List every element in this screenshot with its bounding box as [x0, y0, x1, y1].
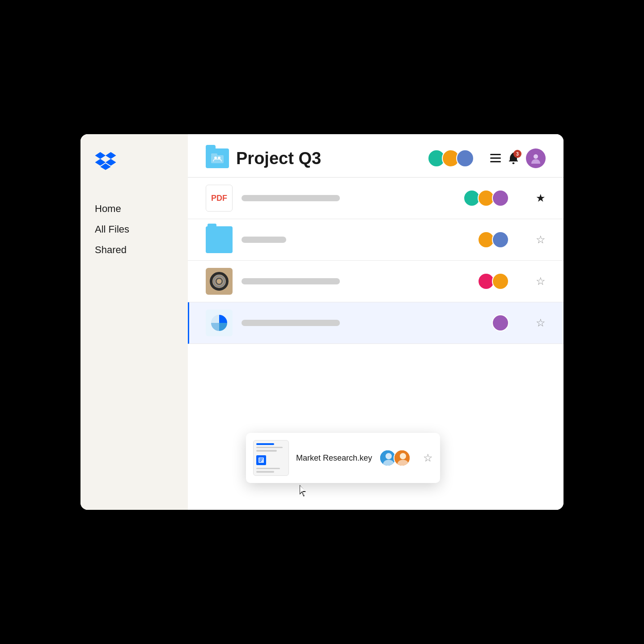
file-thumb-image: [206, 268, 233, 295]
main-content: Project Q3: [188, 134, 564, 510]
folder-icon: [206, 148, 229, 168]
sidebar-item-home[interactable]: Home: [95, 199, 174, 219]
notification-badge: 3: [513, 150, 521, 158]
header-actions: 3: [490, 148, 546, 168]
preview-line-1: [256, 443, 274, 445]
menu-button[interactable]: [490, 154, 501, 163]
preview-line-4: [256, 468, 280, 470]
file-name-bar-1: [242, 195, 340, 201]
svg-rect-6: [490, 161, 501, 162]
svg-point-15: [386, 453, 392, 459]
file-avatar-1c: [492, 190, 509, 207]
file-thumb-chart: [206, 309, 233, 336]
file-row-3[interactable]: ☆: [188, 261, 564, 302]
svg-rect-5: [490, 157, 501, 159]
header-avatar-3: [456, 149, 474, 167]
star-button-2[interactable]: ☆: [536, 233, 546, 246]
file-avatar-2b: [492, 231, 509, 248]
file-name-bar-4: [242, 320, 340, 326]
tooltip-avatar-2: [394, 449, 411, 466]
file-info-3: [242, 278, 469, 284]
file-info-4: [242, 320, 483, 326]
svg-point-3: [218, 157, 220, 159]
page-title: Project Q3: [236, 149, 420, 168]
file-avatars-3: [478, 273, 509, 290]
tooltip-preview: [253, 440, 289, 476]
tooltip-star-button[interactable]: ☆: [423, 452, 433, 464]
svg-rect-1: [211, 153, 217, 156]
user-avatar[interactable]: [526, 148, 546, 168]
file-thumb-folder: [206, 226, 233, 253]
tooltip-filename: Market Research.key: [296, 453, 372, 463]
file-thumb-pdf: PDF: [206, 185, 233, 212]
sidebar: Home All Files Shared: [80, 134, 188, 510]
file-avatar-3b: [492, 273, 509, 290]
pdf-label: PDF: [211, 194, 227, 203]
file-row-2[interactable]: ☆: [188, 219, 564, 261]
file-row-4[interactable]: ☆: [188, 302, 564, 344]
file-avatar-4a: [492, 314, 509, 331]
svg-point-17: [400, 453, 406, 459]
file-name-bar-2: [242, 237, 286, 243]
svg-point-11: [216, 278, 222, 284]
preview-line-5: [256, 471, 274, 473]
header: Project Q3: [188, 134, 564, 178]
tooltip-avatars: [379, 449, 411, 466]
file-info-1: [242, 195, 454, 201]
notifications-button[interactable]: 3: [508, 153, 519, 164]
star-button-4[interactable]: ☆: [536, 317, 546, 329]
svg-point-7: [513, 162, 515, 164]
header-avatar-group: [428, 149, 474, 167]
file-row-1[interactable]: PDF ★: [188, 178, 564, 219]
file-avatars-2: [478, 231, 509, 248]
svg-point-2: [214, 157, 217, 159]
tooltip-card: Market Research.key ☆: [246, 433, 440, 483]
file-info-2: [242, 237, 469, 243]
sidebar-item-shared[interactable]: Shared: [95, 240, 174, 260]
star-button-3[interactable]: ☆: [536, 275, 546, 288]
preview-line-3: [256, 450, 277, 452]
dropbox-logo[interactable]: [95, 152, 174, 172]
preview-line-2: [256, 447, 283, 449]
file-avatars-4: [492, 314, 509, 331]
file-name-bar-3: [242, 278, 340, 284]
svg-rect-4: [490, 154, 501, 155]
file-avatars-1: [463, 190, 509, 207]
sidebar-item-all-files[interactable]: All Files: [95, 219, 174, 240]
svg-point-8: [534, 154, 538, 159]
star-button-1[interactable]: ★: [536, 192, 546, 204]
